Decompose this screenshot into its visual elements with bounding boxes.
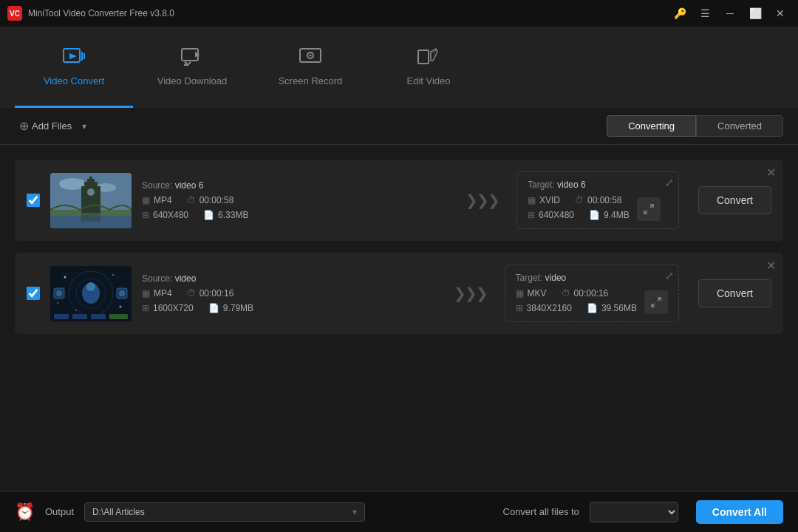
file-1-source-format: ▦ MP4: [142, 195, 172, 205]
file-1-target-info-wrap: ▦ XVID ⏱ 00:00:58 ⊞ 640X480: [528, 194, 668, 221]
file-2-arrow: ❯❯❯: [446, 284, 494, 302]
file-2-target-info-wrap: ▦ MKV ⏱ 00:00:16 ⊞ 3840X2160: [516, 287, 668, 314]
nav-bar: Video Convert Video Download Screen Reco…: [0, 27, 798, 108]
target-resolution-icon-1: ⊞: [528, 210, 535, 220]
output-label: Output: [45, 506, 74, 517]
file-card-2: Source: video ▦ MP4 ⏱ 00:00:16 ⊞ 1600X72…: [15, 253, 783, 334]
file-2-convert-button[interactable]: Convert: [698, 279, 771, 307]
sub-tab-converting[interactable]: Converting: [607, 115, 696, 137]
svg-point-4: [310, 55, 312, 57]
file-2-source-info: Source: video ▦ MP4 ⏱ 00:00:16 ⊞ 1600X72…: [142, 273, 436, 313]
video-convert-icon: [62, 46, 86, 69]
maximize-button[interactable]: ⬜: [745, 6, 765, 21]
nav-tab-screen-record[interactable]: Screen Record: [251, 27, 369, 108]
file-2-target-format: ▦ MKV: [516, 288, 547, 299]
file-1-resize-button[interactable]: [637, 197, 661, 221]
file-2-close-button[interactable]: ✕: [766, 259, 776, 273]
output-path-field[interactable]: D:\All Articles ▾: [84, 502, 365, 522]
file-1-thumbnail: [50, 173, 132, 228]
svg-rect-34: [72, 314, 87, 319]
file-2-target-edit-button[interactable]: ⤢: [665, 270, 674, 282]
convert-all-button[interactable]: Convert All: [696, 500, 783, 524]
file-2-checkbox[interactable]: [27, 287, 40, 300]
svg-rect-35: [91, 314, 106, 319]
duration-icon-1: ⏱: [187, 195, 196, 205]
file-1-close-button[interactable]: ✕: [766, 166, 776, 180]
nav-tab-video-download[interactable]: Video Download: [133, 27, 251, 108]
file-2-target-details2: ⊞ 3840X2160 📄 39.56MB: [516, 303, 637, 313]
file-1-source-size: 📄 6.33MB: [203, 210, 248, 220]
duration-icon-2: ⏱: [187, 288, 196, 299]
target-size-icon-2: 📄: [587, 303, 598, 313]
file-1-target-duration: ⏱ 00:00:58: [575, 195, 622, 205]
file-1-source-details2: ⊞ 640X480 📄 6.33MB: [142, 210, 448, 220]
svg-point-24: [57, 302, 58, 304]
file-2-source-format: ▦ MP4: [142, 288, 172, 299]
add-files-dropdown-arrow[interactable]: ▾: [82, 121, 86, 132]
menu-button[interactable]: ☰: [695, 6, 715, 21]
file-2-source-resolution: ⊞ 1600X720: [142, 303, 194, 313]
nav-tab-video-convert[interactable]: Video Convert: [15, 27, 133, 108]
key-button[interactable]: 🔑: [669, 6, 690, 21]
output-clock-icon: ⏰: [15, 502, 35, 522]
svg-point-31: [119, 290, 125, 296]
file-1-target-label: Target: video 6: [528, 180, 668, 190]
file-2-resize-button[interactable]: [644, 290, 668, 314]
file-2-source-size: 📄 9.79MB: [208, 303, 253, 313]
convert-all-format-select[interactable]: [590, 502, 678, 522]
edit-video-icon: [417, 46, 440, 69]
convert-all-label: Convert all files to: [503, 506, 579, 517]
file-2-source-details2: ⊞ 1600X720 📄 9.79MB: [142, 303, 436, 313]
add-files-button[interactable]: ⊕ Add Files: [15, 116, 76, 136]
convert-arrows-2: ❯❯❯: [454, 284, 487, 302]
file-2-source-duration: ⏱ 00:00:16: [187, 288, 234, 299]
file-2-target-resolution: ⊞ 3840X2160: [516, 303, 572, 313]
file-card-1: Source: video 6 ▦ MP4 ⏱ 00:00:58 ⊞ 640X4…: [15, 160, 783, 241]
resolution-icon-2: ⊞: [142, 303, 149, 313]
svg-rect-36: [109, 314, 128, 319]
svg-point-23: [112, 274, 114, 276]
target-resolution-icon-2: ⊞: [516, 303, 523, 313]
sub-tab-converted[interactable]: Converted: [696, 115, 783, 137]
file-1-source-label: Source: video 6: [142, 180, 448, 191]
file-1-target-size: 📄 9.4MB: [589, 210, 630, 220]
file-1-target-edit-button[interactable]: ⤢: [665, 177, 674, 188]
svg-rect-16: [81, 211, 100, 222]
file-1-source-details: ▦ MP4 ⏱ 00:00:58: [142, 195, 448, 205]
file-2-thumbnail: [50, 266, 132, 321]
file-1-checkbox[interactable]: [27, 194, 40, 207]
nav-tab-screen-record-label: Screen Record: [279, 75, 343, 86]
file-2-target-details: ▦ MKV ⏱ 00:00:16: [516, 288, 637, 299]
app-logo: VC: [7, 6, 22, 21]
file-2-source-label: Source: video: [142, 273, 436, 284]
output-path-dropdown-arrow: ▾: [352, 507, 357, 517]
sub-tabs: Converting Converted: [607, 115, 783, 137]
titlebar: VC MiniTool Video Converter Free v3.8.0 …: [0, 0, 798, 27]
close-button[interactable]: ✕: [770, 6, 791, 21]
file-2-source-details: ▦ MP4 ⏱ 00:00:16: [142, 288, 436, 299]
file-2-target-label: Target: video: [516, 273, 668, 283]
svg-point-25: [120, 305, 122, 307]
target-duration-icon-2: ⏱: [562, 288, 570, 299]
file-1-convert-button[interactable]: Convert: [698, 186, 771, 214]
file-1-source-resolution: ⊞ 640X480: [142, 210, 188, 220]
minimize-button[interactable]: ─: [720, 6, 740, 21]
file-1-source-duration: ⏱ 00:00:58: [187, 195, 234, 205]
app-title: MiniTool Video Converter Free v3.8.0: [28, 8, 664, 18]
nav-tab-edit-video-label: Edit Video: [406, 75, 450, 86]
toolbar: ⊕ Add Files ▾ Converting Converted: [0, 108, 798, 145]
nav-tab-video-convert-label: Video Convert: [44, 75, 104, 86]
add-files-icon: ⊕: [19, 119, 29, 133]
file-1-arrow: ❯❯❯: [458, 191, 506, 209]
target-duration-icon-1: ⏱: [575, 195, 584, 205]
svg-point-29: [56, 290, 62, 296]
main-content: Source: video 6 ▦ MP4 ⏱ 00:00:58 ⊞ 640X4…: [0, 145, 798, 491]
nav-tab-edit-video[interactable]: Edit Video: [369, 27, 488, 108]
output-path-text: D:\All Articles: [92, 507, 145, 517]
format-icon-2: ▦: [142, 288, 150, 299]
file-2-target-duration: ⏱ 00:00:16: [562, 288, 609, 299]
file-1-target-format: ▦ XVID: [528, 195, 560, 205]
svg-point-22: [64, 276, 66, 278]
file-1-target-details2: ⊞ 640X480 📄 9.4MB: [528, 210, 630, 220]
file-1-target-details: ▦ XVID ⏱ 00:00:58: [528, 195, 630, 205]
